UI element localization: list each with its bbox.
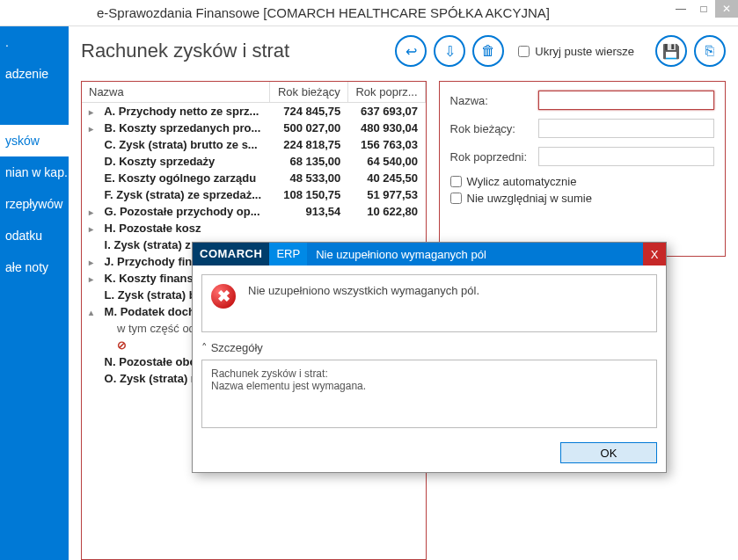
down-button[interactable]: ⇩ — [434, 35, 465, 67]
table-row[interactable]: ▸ B. Koszty sprzedanych pro...500 027,00… — [82, 120, 425, 136]
col-name[interactable]: Nazwa — [82, 82, 270, 103]
save-icon: 💾 — [662, 43, 680, 60]
col-current[interactable]: Rok bieżący — [270, 82, 348, 103]
down-icon: ⇩ — [444, 43, 456, 60]
sidebar-item-1[interactable]: adzenie — [0, 58, 69, 90]
delete-button[interactable]: 🗑 — [472, 35, 504, 67]
dialog-titlebar: COMARCH ERP Nie uzupełniono wymaganych p… — [193, 243, 666, 265]
name-label: Nazwa: — [450, 94, 538, 107]
chevron-up-icon: ˄ — [201, 341, 208, 354]
error-icon: ✖ — [211, 284, 236, 309]
window-title: e-Sprawozdania Finansowe [COMARCH HEALTH… — [97, 5, 550, 20]
table-row[interactable]: F. Zysk (strata) ze sprzedaż...108 150,7… — [82, 186, 425, 203]
close-window-button[interactable]: ✕ — [715, 0, 738, 18]
exclude-sum-checkbox[interactable] — [450, 193, 462, 204]
table-row[interactable]: ▸ A. Przychody netto ze sprz...724 845,7… — [82, 103, 425, 120]
prev-year-row: Rok poprzedni: — [450, 147, 714, 166]
current-year-row: Rok bieżący: — [450, 119, 714, 138]
hide-empty-rows-label[interactable]: Ukryj puste wiersze — [518, 45, 634, 58]
detail-form: Nazwa: Rok bieżący: Rok poprzedni: Wylic… — [439, 81, 726, 257]
current-year-label: Rok bieżący: — [450, 122, 538, 135]
sidebar-item-0[interactable]: . — [0, 26, 69, 58]
table-row[interactable]: D. Koszty sprzedaży68 135,0064 540,00 — [82, 153, 425, 170]
details-body: Rachunek zysków i strat: Nazwa elementu … — [201, 360, 657, 428]
prev-year-label: Rok poprzedni: — [450, 150, 538, 164]
hide-empty-rows-checkbox[interactable] — [518, 46, 530, 57]
auto-calc-checkbox[interactable] — [450, 176, 462, 187]
dialog-close-button[interactable]: X — [643, 243, 666, 265]
table-row[interactable]: ▸ H. Pozostałe kosz — [82, 220, 425, 236]
back-button[interactable]: ↩ — [395, 35, 427, 67]
sidebar-item-5[interactable]: odatku — [0, 220, 69, 251]
sidebar-item-2[interactable]: ysków — [0, 125, 69, 156]
save-button[interactable]: 💾 — [655, 35, 687, 67]
details-line-2: Nazwa elementu jest wymagana. — [211, 380, 647, 392]
validation-dialog: COMARCH ERP Nie uzupełniono wymaganych p… — [192, 242, 667, 473]
dialog-message: Nie uzupełniono wszystkich wymaganych pó… — [248, 284, 479, 297]
export-icon: ⎘ — [705, 43, 714, 59]
maximize-button[interactable]: □ — [692, 0, 715, 18]
prev-year-input[interactable] — [538, 147, 714, 166]
dialog-title: Nie uzupełniono wymaganych pól — [307, 248, 643, 261]
back-icon: ↩ — [406, 43, 417, 60]
dialog-message-box: ✖ Nie uzupełniono wszystkich wymaganych … — [201, 274, 657, 332]
table-row[interactable]: E. Koszty ogólnego zarządu48 533,0040 24… — [82, 170, 425, 186]
exclude-sum-label[interactable]: Nie uwzględniaj w sumie — [450, 192, 714, 205]
erp-label: ERP — [269, 243, 307, 265]
page-header: Rachunek zysków i strat ↩ ⇩ 🗑 Ukryj pust… — [81, 35, 726, 67]
details-line-1: Rachunek zysków i strat: — [211, 367, 647, 380]
current-year-input[interactable] — [538, 119, 714, 138]
table-row[interactable]: ▸ G. Pozostałe przychody op...913,5410 6… — [82, 203, 425, 220]
details-toggle[interactable]: ˄ Szczegóły — [201, 341, 657, 354]
sidebar: . adzenie ysków nian w kap. rzepływów od… — [0, 26, 69, 560]
page-title: Rachunek zysków i strat — [81, 40, 388, 62]
sidebar-item-3[interactable]: nian w kap. — [0, 156, 69, 188]
ok-button[interactable]: OK — [560, 442, 657, 463]
table-row[interactable]: C. Zysk (strata) brutto ze s...224 818,7… — [82, 136, 425, 153]
minimize-button[interactable]: — — [669, 0, 692, 18]
sidebar-item-6[interactable]: ałe noty — [0, 251, 69, 283]
col-prev[interactable]: Rok poprz... — [347, 82, 425, 103]
close-icon: X — [651, 248, 659, 261]
brand-label: COMARCH — [193, 243, 269, 265]
export-button[interactable]: ⎘ — [694, 35, 726, 67]
auto-calc-label[interactable]: Wylicz automatycznie — [450, 175, 714, 188]
title-bar: e-Sprawozdania Finansowe [COMARCH HEALTH… — [0, 0, 738, 26]
name-input[interactable] — [538, 91, 714, 110]
sidebar-item-4[interactable]: rzepływów — [0, 188, 69, 220]
name-row: Nazwa: — [450, 91, 714, 110]
trash-icon: 🗑 — [481, 43, 495, 59]
